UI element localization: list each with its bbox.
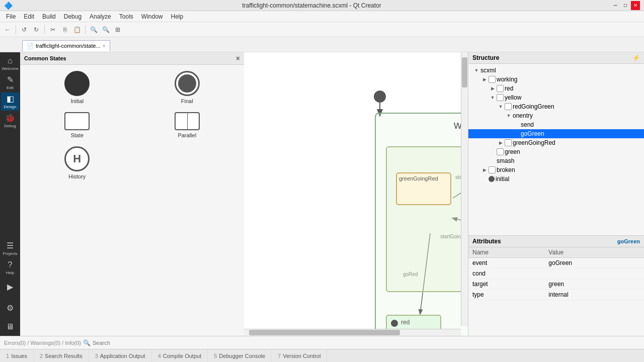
attr-row-type[interactable]: type internal bbox=[468, 290, 644, 300]
common-states-close[interactable]: × bbox=[236, 54, 240, 62]
run-rail-btn[interactable]: ▶ bbox=[1, 278, 19, 296]
attr-value-cond[interactable] bbox=[544, 268, 644, 279]
yellow-state[interactable]: yellow greenGoingRed redGoingGreen g bbox=[386, 146, 468, 292]
tree-item-send[interactable]: ▶ send bbox=[468, 120, 644, 129]
state-item-parallel[interactable]: Parallel bbox=[134, 110, 240, 140]
expand-redGoingGreen[interactable]: ▼ bbox=[497, 103, 505, 111]
tab-version-control[interactable]: 7 Version Control bbox=[272, 349, 327, 363]
tab-issues[interactable]: 1 Issues bbox=[0, 349, 34, 363]
cut-button[interactable]: ✂ bbox=[47, 24, 58, 35]
tab-application-output[interactable]: 3 Application Output bbox=[89, 349, 152, 363]
file-tab-icon: 📄 bbox=[27, 43, 34, 49]
build-icon: ⚙ bbox=[7, 303, 14, 313]
tree-item-scxml[interactable]: ▼ scxml bbox=[468, 66, 644, 75]
attr-name-target: target bbox=[468, 279, 544, 290]
window-controls: ─ □ ✕ bbox=[611, 1, 640, 10]
checkbox-broken[interactable] bbox=[489, 166, 496, 173]
canvas-area[interactable]: startGoingRed startGoingGreen goGreen go… bbox=[244, 52, 468, 336]
minimize-button[interactable]: ─ bbox=[611, 1, 620, 10]
zoom-in-button[interactable]: 🔍 bbox=[88, 24, 99, 35]
expand-yellow[interactable]: ▼ bbox=[489, 94, 497, 102]
file-tab-close[interactable]: × bbox=[103, 43, 106, 49]
state-item-history[interactable]: H History bbox=[24, 144, 130, 182]
working-state[interactable]: working yellow greenGoingRed redGoingGre… bbox=[375, 113, 468, 336]
canvas-inner: startGoingRed startGoingGreen goGreen go… bbox=[244, 52, 468, 336]
tree-item-greenGoingRed[interactable]: ▶ greenGoingRed bbox=[468, 138, 644, 147]
debug-rail-btn[interactable]: 🐞 Debug bbox=[1, 112, 19, 130]
tab-debugger-console[interactable]: 5 Debugger Console bbox=[208, 349, 272, 363]
menu-item-file[interactable]: File bbox=[2, 12, 20, 21]
canvas-scroll[interactable]: startGoingRed startGoingGreen goGreen go… bbox=[244, 52, 468, 336]
design-rail-btn[interactable]: ◧ Design bbox=[1, 93, 19, 111]
redo-button[interactable]: ↻ bbox=[31, 24, 42, 35]
expand-scxml[interactable]: ▼ bbox=[472, 66, 480, 74]
tree-item-yellow[interactable]: ▼ yellow bbox=[468, 93, 644, 102]
edit-rail-btn[interactable]: ✎ Edit bbox=[1, 73, 19, 92]
zoom-out-button[interactable]: 🔍 bbox=[100, 24, 111, 35]
attr-value-type[interactable]: internal bbox=[544, 290, 644, 300]
debug-label: Debug bbox=[4, 124, 16, 128]
tree-item-initial[interactable]: ▶ initial bbox=[468, 174, 644, 184]
menu-item-analyze[interactable]: Analyze bbox=[86, 12, 115, 21]
greenGoingRed-state[interactable]: greenGoingRed bbox=[396, 172, 451, 205]
expand-greenGoingRed[interactable]: ▶ bbox=[497, 139, 505, 147]
expand-red[interactable]: ▶ bbox=[489, 84, 497, 93]
close-button[interactable]: ✕ bbox=[631, 1, 640, 10]
file-tab[interactable]: 📄 trafficlight-common/state... × bbox=[22, 40, 110, 51]
maximize-button[interactable]: □ bbox=[621, 1, 630, 10]
checkbox-greenGoingRed[interactable] bbox=[505, 139, 512, 146]
menu-item-build[interactable]: Build bbox=[38, 12, 60, 21]
menu-item-debug[interactable]: Debug bbox=[60, 12, 86, 21]
checkbox-redGoingGreen[interactable] bbox=[505, 103, 512, 110]
tree-item-smash[interactable]: ▶ smash bbox=[468, 156, 644, 165]
undo-button[interactable]: ↺ bbox=[19, 24, 30, 35]
expand-broken[interactable]: ▶ bbox=[480, 166, 489, 174]
structure-filter-icon[interactable]: ⚡ bbox=[632, 54, 640, 61]
welcome-rail-btn[interactable]: ⌂ Welcome bbox=[1, 54, 19, 72]
horizontal-scrollbar[interactable] bbox=[244, 329, 461, 336]
tab-compile-output[interactable]: 4 Compile Output bbox=[152, 349, 208, 363]
tree-item-working[interactable]: ▶ working bbox=[468, 75, 644, 84]
initial-dot bbox=[489, 176, 495, 182]
horizontal-scrollbar-thumb[interactable] bbox=[249, 330, 400, 335]
expand-working[interactable]: ▶ bbox=[480, 75, 489, 83]
projects-rail-btn[interactable]: ☰ Projects bbox=[1, 239, 19, 257]
checkbox-green[interactable] bbox=[497, 148, 504, 155]
tree-item-broken[interactable]: ▶ broken bbox=[468, 165, 644, 174]
attr-row-cond[interactable]: cond bbox=[468, 268, 644, 279]
tree-item-onentry[interactable]: ▼ onentry bbox=[468, 111, 644, 120]
menu-item-help[interactable]: Help bbox=[167, 12, 188, 21]
vertical-scrollbar[interactable] bbox=[461, 52, 468, 326]
attr-value-target[interactable]: green bbox=[544, 279, 644, 290]
menu-item-edit[interactable]: Edit bbox=[20, 12, 38, 21]
vertical-scrollbar-thumb[interactable] bbox=[462, 57, 467, 87]
copy-button[interactable]: ⎘ bbox=[59, 24, 70, 35]
help-rail-btn[interactable]: ? Help bbox=[1, 258, 19, 277]
tree-item-goGreen[interactable]: ▶ goGreen bbox=[468, 129, 644, 138]
expand-onentry[interactable]: ▼ bbox=[505, 112, 513, 120]
menu-item-tools[interactable]: Tools bbox=[115, 12, 137, 21]
checkbox-working[interactable] bbox=[489, 76, 496, 83]
tree-item-red[interactable]: ▶ red bbox=[468, 84, 644, 93]
tree-item-green[interactable]: ▶ green bbox=[468, 147, 644, 156]
state-item-initial[interactable]: Initial bbox=[24, 69, 130, 106]
menu-item-window[interactable]: Window bbox=[137, 12, 167, 21]
attr-row-target[interactable]: target green bbox=[468, 279, 644, 290]
state-item-state[interactable]: State bbox=[24, 110, 130, 140]
fit-button[interactable]: ⊞ bbox=[112, 24, 123, 35]
structure-tree[interactable]: ▼ scxml ▶ working ▶ red ▼ bbox=[468, 64, 644, 235]
search-input[interactable] bbox=[93, 340, 640, 346]
paste-button[interactable]: 📋 bbox=[71, 24, 83, 35]
monitor-rail-btn[interactable]: 🖥 bbox=[1, 318, 19, 336]
toolbar: ← ↺ ↻ ✂ ⎘ 📋 🔍 🔍 ⊞ bbox=[0, 22, 644, 37]
back-button[interactable]: ← bbox=[2, 24, 13, 35]
checkbox-red[interactable] bbox=[497, 85, 504, 92]
attr-row-event[interactable]: event goGreen bbox=[468, 258, 644, 268]
icon-rail: ⌂ Welcome ✎ Edit ◧ Design 🐞 Debug ☰ Proj… bbox=[0, 52, 20, 336]
build-rail-btn[interactable]: ⚙ bbox=[1, 299, 19, 317]
tab-search-results[interactable]: 2 Search Results bbox=[34, 349, 89, 363]
state-item-final[interactable]: Final bbox=[134, 69, 240, 106]
checkbox-yellow[interactable] bbox=[497, 94, 504, 101]
tree-item-redGoingGreen[interactable]: ▼ redGoingGreen bbox=[468, 102, 644, 111]
attr-value-event[interactable]: goGreen bbox=[544, 258, 644, 268]
